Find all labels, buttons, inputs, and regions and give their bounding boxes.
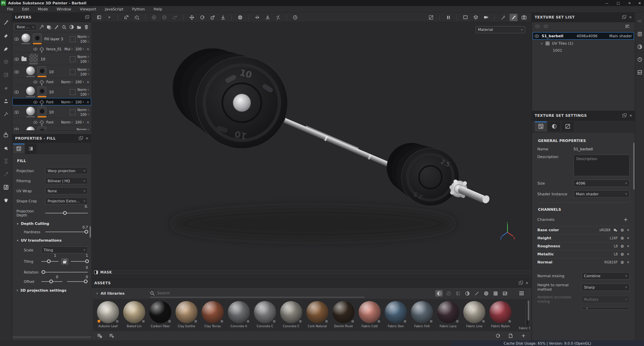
tab-channels-material[interactable] xyxy=(548,121,560,132)
shader-instance-select[interactable]: Main shader xyxy=(574,190,630,198)
uv-chunk-icon[interactable] xyxy=(171,14,179,21)
hardness-slider[interactable] xyxy=(45,232,88,232)
axis-gizmo[interactable]: Y X Z xyxy=(500,222,515,240)
visibility-eye-icon[interactable] xyxy=(14,58,19,61)
opacity-dropdown[interactable]: 100 xyxy=(75,47,85,51)
export-resources-icon[interactable] xyxy=(108,332,116,339)
layer-name[interactable]: Fill layer 3 xyxy=(44,37,63,41)
normal-mixing-select[interactable]: Combine xyxy=(582,272,630,280)
hide-all-eye-icon[interactable] xyxy=(535,25,540,28)
layer-material-thumbnail[interactable] xyxy=(26,107,35,115)
visibility-eye-icon[interactable] xyxy=(14,38,19,41)
layer-mask-slot[interactable] xyxy=(70,89,75,95)
layer-fill-thumbnail[interactable] xyxy=(33,34,42,42)
particles-icon[interactable] xyxy=(499,14,507,21)
asset-item[interactable]: Fabric Line xyxy=(463,301,486,331)
visibility-eye-icon[interactable] xyxy=(34,121,38,123)
asset-item[interactable]: Carbon Fiber xyxy=(149,301,172,331)
uv-wrap-select[interactable]: None xyxy=(45,187,88,194)
blend-mode-dropdown[interactable]: Mul xyxy=(64,47,73,51)
filter-environments-icon[interactable] xyxy=(501,290,508,297)
properties-scrollbar[interactable] xyxy=(90,226,91,238)
scale-select[interactable]: Tiling xyxy=(41,246,88,253)
menu-edit[interactable]: Edit xyxy=(17,7,33,11)
material-sphere[interactable] xyxy=(123,301,145,323)
remove-effect-icon[interactable] xyxy=(87,80,89,84)
filter-materials-icon[interactable] xyxy=(435,290,443,297)
smudge-tool[interactable] xyxy=(2,71,10,79)
projection-depth-slider[interactable] xyxy=(45,213,88,213)
asset-item[interactable]: Clay Terrac xyxy=(201,301,224,331)
minimize-button[interactable]: — xyxy=(601,0,612,6)
blend-mode-dropdown[interactable]: Norm xyxy=(77,108,89,112)
align-bottom-icon[interactable] xyxy=(264,14,272,21)
maximize-button[interactable]: □ xyxy=(612,0,624,6)
search-field[interactable] xyxy=(150,289,365,297)
add-folder-icon[interactable] xyxy=(76,23,82,31)
properties-hscrollbar[interactable] xyxy=(12,336,91,338)
channel-selector[interactable]: Base color xyxy=(14,24,37,31)
material-sphere[interactable] xyxy=(411,301,433,323)
visibility-eye-icon[interactable] xyxy=(535,35,539,38)
channel-row[interactable]: Normal RGB16F ⚙ xyxy=(537,258,630,266)
snap-down-icon[interactable] xyxy=(219,14,227,21)
opacity-dropdown[interactable]: 100 xyxy=(80,113,89,116)
assets-scrollbar[interactable] xyxy=(528,300,529,320)
layer-row[interactable]: 10 Norm 100 xyxy=(12,105,91,118)
material-sphere[interactable] xyxy=(202,301,224,323)
channel-settings-gear-icon[interactable]: ⚙ xyxy=(621,228,624,232)
remove-channel-icon[interactable] xyxy=(627,236,630,240)
tiling-lock-button[interactable] xyxy=(61,258,68,265)
remove-channel-icon[interactable] xyxy=(627,228,630,232)
menu-python[interactable]: Python xyxy=(128,7,149,11)
close-panel-icon[interactable] xyxy=(629,15,632,19)
asset-item[interactable]: Fabric Felt xyxy=(410,301,434,331)
material-sphere[interactable] xyxy=(359,301,381,323)
height-to-normal-select[interactable]: Sharp xyxy=(582,284,630,291)
layer-name[interactable]: 10 xyxy=(49,70,54,74)
channel-settings-gear-icon[interactable]: ⚙ xyxy=(621,260,624,264)
material-sphere[interactable] xyxy=(463,301,485,323)
texture-set-row-selected[interactable]: 51_barbell 4096x4096 Main shader xyxy=(533,32,634,40)
visibility-eye-icon[interactable] xyxy=(34,101,38,103)
material-sphere[interactable] xyxy=(306,301,328,323)
tab-general-settings[interactable] xyxy=(535,121,547,132)
all-libraries-selector[interactable]: All libraries xyxy=(96,291,147,296)
material-sphere[interactable] xyxy=(149,301,171,323)
material-sphere[interactable] xyxy=(489,301,512,323)
close-panel-icon[interactable] xyxy=(526,281,529,285)
blend-mode-dropdown[interactable]: Norm xyxy=(61,120,73,124)
view-3d-icon[interactable] xyxy=(472,14,480,21)
opacity-dropdown[interactable]: 100 xyxy=(75,100,85,104)
tab-material[interactable] xyxy=(25,144,37,154)
material-sphere[interactable] xyxy=(97,301,119,323)
add-paint-layer-icon[interactable] xyxy=(54,23,59,31)
effects-icon[interactable] xyxy=(39,23,44,31)
resize-icon[interactable] xyxy=(2,170,10,178)
remove-channel-icon[interactable] xyxy=(627,252,630,256)
uv-transformations-group[interactable]: UV transformations xyxy=(16,238,88,243)
layer-name[interactable]: 10 xyxy=(41,57,45,61)
color-profile-icon[interactable] xyxy=(613,228,618,232)
material-sphere[interactable] xyxy=(437,301,459,323)
tab-fill-settings[interactable] xyxy=(13,144,24,154)
tiling-y-slider[interactable] xyxy=(71,261,88,262)
layer-fill-thumbnail[interactable] xyxy=(38,87,46,95)
stamp-tool[interactable] xyxy=(2,97,10,105)
hardness-value[interactable]: 0.7 xyxy=(83,226,88,229)
asset-item[interactable]: Concrete A xyxy=(227,301,251,331)
offset-x-value[interactable]: 0 xyxy=(56,275,58,279)
layer-fill-thumbnail[interactable] xyxy=(38,66,46,75)
sub-layer-row[interactable]: Font Norm 100 xyxy=(12,78,91,85)
opacity-dropdown[interactable]: 100 xyxy=(80,93,89,96)
add-channel-icon[interactable] xyxy=(622,216,630,223)
blend-mode-dropdown[interactable]: Norm xyxy=(77,88,89,92)
add-smart-mask-icon[interactable] xyxy=(69,23,74,31)
polygon-fill-tool[interactable] xyxy=(2,58,10,65)
layer-material-thumbnail[interactable] xyxy=(21,34,30,42)
material-sphere[interactable] xyxy=(254,301,276,323)
paint-brush-tool[interactable] xyxy=(2,19,10,26)
asset-item[interactable]: Fabric Den xyxy=(384,301,408,331)
rotation-value[interactable]: 0 xyxy=(86,266,88,269)
blend-mode-dropdown[interactable]: Norm xyxy=(76,128,89,131)
